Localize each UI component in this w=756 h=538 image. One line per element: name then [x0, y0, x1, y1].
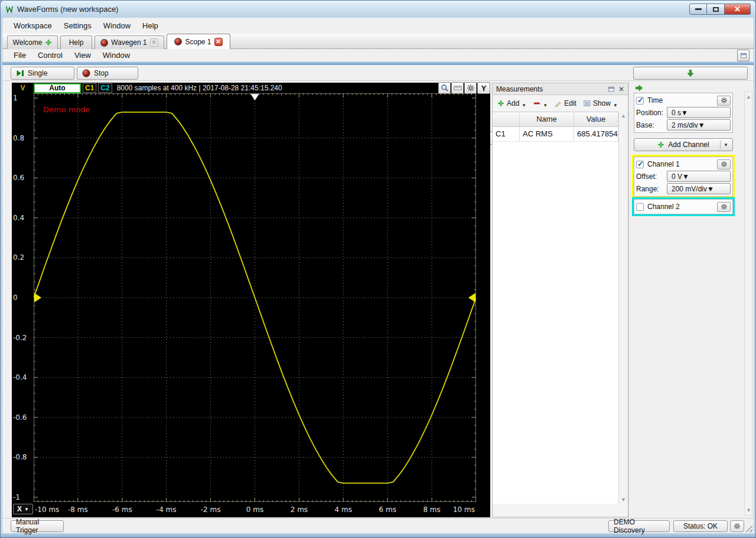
measure-tool-button[interactable]	[451, 82, 464, 94]
instrument-icon	[174, 38, 182, 45]
channel1-settings-button[interactable]	[717, 159, 731, 169]
time-settings-button[interactable]	[717, 96, 731, 106]
close-icon: ✕	[734, 5, 741, 13]
menu-view[interactable]: View	[69, 49, 96, 61]
tab-help[interactable]: Help	[60, 35, 92, 49]
x-axis-tick-labels: -10 ms-8 ms-6 ms-4 ms-2 ms0 ms2 ms4 ms6 …	[34, 504, 476, 516]
dropdown-arrow-icon[interactable]: ▼	[724, 142, 728, 148]
dock-layout-button[interactable]	[737, 50, 750, 61]
manual-trigger-button[interactable]: Manual Trigger	[11, 520, 64, 532]
single-button[interactable]: Single	[11, 67, 74, 80]
float-panel-icon[interactable]	[608, 86, 615, 93]
x-tick-label: 6 ms	[379, 506, 396, 514]
menu-workspace[interactable]: Workspace	[8, 19, 57, 32]
list-icon	[584, 100, 591, 107]
scope-plot-widget: V Auto C1 C2 8000 samples at 400 kHz | 2…	[12, 83, 490, 517]
add-channel-button[interactable]: Add Channel ▼	[634, 138, 733, 151]
tab-wavegen-1[interactable]: Wavegen 1 ✕	[94, 35, 164, 49]
trigger-position-button[interactable]	[633, 67, 748, 80]
x-tick-label: 10 ms	[453, 506, 475, 514]
cell-value: 685.417854 mV	[574, 127, 618, 141]
status-button[interactable]: Status: OK	[673, 520, 728, 532]
menu-file[interactable]: File	[8, 49, 31, 61]
base-select[interactable]: 2 ms/div ▼	[667, 119, 731, 131]
dropdown-arrow-icon: ▼	[24, 507, 29, 512]
device-button[interactable]: DEMO Discovery	[608, 520, 670, 532]
scroll-up-icon[interactable]: ▲	[621, 113, 626, 119]
scope-plot-canvas[interactable]: Demo mode	[34, 93, 476, 502]
add-measurement-button[interactable]: Add ▼	[495, 98, 529, 109]
edit-label: Edit	[564, 99, 576, 107]
menu-control[interactable]: Control	[32, 49, 68, 61]
menu-help[interactable]: Help	[137, 19, 164, 32]
menu-window[interactable]: Window	[98, 19, 136, 32]
y-tick-label: 0.6	[13, 174, 24, 182]
remove-measurement-button[interactable]: ▼	[531, 99, 550, 108]
scroll-up-icon[interactable]: ▲	[746, 94, 751, 100]
range-select[interactable]: 200 mV/div ▼	[667, 183, 731, 194]
table-header-row[interactable]: Name Value	[493, 112, 618, 127]
single-label: Single	[28, 69, 47, 77]
dropdown-arrow-icon: ▼	[707, 185, 714, 193]
channel2-settings-button[interactable]	[717, 202, 731, 212]
ruler-icon	[454, 84, 462, 92]
position-label: Position:	[636, 109, 667, 117]
close-button[interactable]: ✕	[725, 4, 751, 15]
table-row[interactable]: C1 AC RMS 685.417854 mV	[493, 127, 618, 142]
maximize-button[interactable]	[707, 4, 725, 15]
time-group: ✓ Time Position: 0 s ▼ Base: 2 ms/div ▼	[634, 93, 733, 133]
position-select[interactable]: 0 s ▼	[667, 107, 731, 118]
range-label: Range:	[636, 185, 667, 193]
window-title: WaveForms (new workspace)	[17, 5, 118, 14]
status-settings-button[interactable]	[730, 520, 744, 532]
plot-settings-button[interactable]	[464, 82, 477, 94]
scroll-down-icon[interactable]: ▼	[621, 497, 626, 503]
y-axis-button[interactable]: Y	[477, 82, 490, 94]
channel2-badge[interactable]: C2	[98, 83, 112, 93]
y-tick-label: -0.6	[13, 413, 27, 422]
menu-settings[interactable]: Settings	[58, 19, 97, 32]
measurements-scrollbar[interactable]: ▲ ▼	[618, 112, 627, 504]
resize-grip[interactable]	[745, 525, 752, 532]
tab-close-icon[interactable]: ✕	[214, 38, 223, 46]
scroll-down-icon[interactable]: ▼	[746, 507, 751, 513]
cell-channel: C1	[493, 127, 520, 141]
edit-measurement-button[interactable]: Edit	[552, 98, 579, 109]
dropdown-arrow-icon: ▼	[682, 172, 689, 181]
tab-scope-1[interactable]: Scope 1 ✕	[167, 34, 230, 49]
y-tick-label: 0.4	[13, 214, 24, 222]
position-value: 0 s	[672, 109, 681, 117]
x-tick-label: 8 ms	[423, 506, 440, 514]
offset-select[interactable]: 0 V ▼	[667, 171, 731, 182]
tab-welcome[interactable]: Welcome	[7, 35, 58, 49]
collapse-panel-icon[interactable]	[635, 84, 643, 92]
measurements-titlebar[interactable]: Measurements ✕	[493, 83, 628, 95]
minimize-button[interactable]	[689, 4, 707, 15]
config-scrollbar[interactable]: ▲ ▼	[744, 92, 752, 516]
show-measurement-button[interactable]: Show ▼	[581, 98, 620, 109]
x-axis-strip: X ▼ -10 ms-8 ms-6 ms-4 ms-2 ms0 ms2 ms4 …	[12, 502, 490, 517]
channel2-label: Channel 2	[647, 203, 680, 211]
close-panel-icon[interactable]: ✕	[618, 85, 624, 93]
dropdown-arrow-icon: ▼	[681, 109, 688, 117]
minus-icon	[533, 100, 540, 107]
x-axis-button[interactable]: X ▼	[13, 504, 33, 514]
menu-window2[interactable]: Window	[97, 49, 135, 61]
channel1-badge[interactable]: C1	[83, 83, 96, 93]
app-window: WaveForms (new workspace) ✕ Workspace Se…	[0, 0, 756, 538]
stop-button[interactable]: Stop	[77, 67, 138, 80]
channel1-checkbox[interactable]: ✓	[636, 161, 644, 168]
tab-close-icon[interactable]: ✕	[150, 38, 158, 47]
channel2-checkbox[interactable]	[636, 203, 644, 211]
gear-icon	[721, 97, 728, 104]
title-bar[interactable]: WaveForms (new workspace) ✕	[0, 0, 756, 18]
y-tick-label: 0.2	[13, 253, 24, 262]
range-value: 200 mV/div	[672, 185, 707, 193]
zoom-tool-button[interactable]	[438, 82, 451, 94]
time-checkbox[interactable]: ✓	[636, 97, 644, 105]
add-tab-icon[interactable]	[45, 39, 52, 46]
app-logo-icon	[5, 5, 14, 14]
status-label: Status: OK	[683, 522, 718, 530]
base-value: 2 ms/div	[672, 121, 698, 129]
green-down-arrow-icon	[686, 69, 695, 77]
